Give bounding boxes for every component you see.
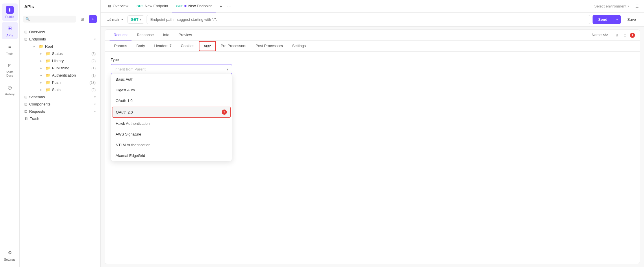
nav-sidebar: APIs 🔍 ⊞ + ⊞ Overview ⊡ Endpoints ▾ ▸ 📁 … [20,0,101,267]
sub-tab-pre-processors[interactable]: Pre Processors [216,41,251,51]
req-tab-response[interactable]: Response [133,30,158,40]
nav-endpoints-label: Endpoints [29,37,92,41]
schemas-icon: ⊞ [24,95,27,99]
dropdown-item-hawk[interactable]: Hawk Authentication [111,118,232,129]
nav-item-root[interactable]: ▸ 📁 Root [29,43,100,50]
nav-history-label: History [52,59,90,63]
nav-schemas-label: Schemas [29,95,92,99]
tab-new-endpoint-2[interactable]: GET New Endpoint [172,0,216,12]
env-select-label: Select environment [594,4,626,8]
sidebar-item-tests[interactable]: ≡ Tests [2,40,18,58]
sub-tab-auth[interactable]: Auth [199,41,216,51]
sub-tab-body[interactable]: Body [132,41,150,51]
sidebar-item-apis[interactable]: ⊞ APIs [2,22,18,39]
req-tab-request[interactable]: Request [110,30,132,40]
sidebar-item-share-docs[interactable]: ⊡ Share Docs [2,59,18,80]
status-chevron-icon: ▸ [40,52,44,55]
more-tabs-button[interactable]: ··· [225,2,233,10]
nav-item-schemas[interactable]: ⊞ Schemas ▾ [20,93,100,101]
authentication-count: (1) [91,73,96,77]
stats-chevron-icon: ▸ [40,88,44,91]
schemas-arrow-icon: ▾ [94,95,96,99]
url-input[interactable] [147,15,590,24]
method-label: GET [131,17,138,22]
tab-overview-icon: ⊞ [108,4,111,8]
dropdown-item-oauth2[interactable]: OAuth 2.0 2 [112,107,231,118]
tab-overview-label: Overview [113,4,128,8]
sub-tab-headers[interactable]: Headers 7 [149,41,176,51]
auth-dropdown-menu: Basic Auth Digest Auth OAuth 1.0 OAuth 2… [111,74,232,161]
dropdown-item-digest-auth[interactable]: Digest Auth [111,85,232,95]
type-dropdown[interactable]: Inherit from Parent ▾ [111,64,232,74]
save-button[interactable]: Save [623,15,640,24]
nav-item-authentication[interactable]: ▸ 📁 Authentication (1) [36,72,100,79]
nav-item-trash[interactable]: 🗑 Trash [20,115,100,122]
sidebar-brand-label: Public [5,15,14,18]
requests-icon: ⊡ [24,109,27,114]
history-icon: ◷ [6,83,14,91]
branch-selector[interactable]: ⎇ main ▾ [105,16,125,23]
nav-item-push[interactable]: ▸ 📁 Push (13) [36,79,100,86]
req-tab-info[interactable]: Info [159,30,173,40]
apis-icon: ⊞ [6,24,14,32]
request-tabs: Request Response Info Preview Name </> ⧉… [105,30,640,41]
dropdown-item-aws[interactable]: AWS Signature [111,129,232,140]
search-box[interactable]: 🔍 [23,16,76,23]
search-icon: 🔍 [25,17,30,21]
nav-root-label: Root [45,44,96,49]
add-button[interactable]: + [89,15,97,23]
nav-item-components[interactable]: ⊡ Components ▾ [20,101,100,108]
share-docs-icon: ⊡ [6,61,14,69]
add-tab-button[interactable]: + [217,2,225,10]
request-panel: Request Response Info Preview Name </> ⧉… [105,29,640,264]
sub-tab-cookies[interactable]: Cookies [176,41,199,51]
filter-button[interactable]: ⊞ [78,15,86,23]
nav-item-requests[interactable]: ⊡ Requests ▾ [20,108,100,115]
nav-item-status[interactable]: ▸ 📁 Status (3) [36,50,100,57]
sub-tab-post-processors[interactable]: Post Processors [251,41,288,51]
nav-item-endpoints[interactable]: ⊡ Endpoints ▾ [20,36,100,43]
stats-folder-icon: 📁 [46,88,50,92]
send-button-group: Send ▾ [593,15,621,24]
brand-icon: ⬆ [6,6,14,14]
tab-overview[interactable]: ⊞ Overview [104,0,132,12]
sub-tab-settings[interactable]: Settings [288,41,310,51]
nav-status-label: Status [52,51,90,56]
sub-tab-params[interactable]: Params [110,41,132,51]
method-select[interactable]: GET ▾ [127,15,144,24]
sidebar-tests-label: Tests [6,52,14,55]
root-chevron-icon: ▸ [34,45,37,48]
req-tab-extra: Name </> ⧉ ⊡ 1 [588,30,635,40]
components-arrow-icon: ▾ [94,103,96,106]
history-count: (2) [91,59,96,63]
dropdown-item-basic-auth[interactable]: Basic Auth [111,74,232,85]
dropdown-item-akamai[interactable]: Akamai EdgeGrid [111,150,232,161]
nav-item-stats[interactable]: ▸ 📁 Stats (2) [36,86,100,93]
nav-item-history[interactable]: ▸ 📁 History (2) [36,57,100,64]
nav-item-publishing[interactable]: ▸ 📁 Publishing (1) [36,64,100,72]
tab-endpoint-1-label: New Endpoint [145,4,168,8]
push-count: (13) [90,81,96,85]
sidebar-item-settings[interactable]: ⚙ Settings [2,246,18,264]
tab-copy-icon[interactable]: ⧉ [614,32,620,38]
sidebar-item-brand[interactable]: ⬆ Public [2,3,18,21]
dropdown-item-ntlm[interactable]: NTLM Authentication [111,140,232,150]
nav-item-overview[interactable]: ⊞ Overview [20,28,100,36]
req-tab-name[interactable]: Name </> [588,30,612,40]
auth-type-section: Type Inherit from Parent ▾ Basic Auth Di… [105,52,640,74]
hamburger-button[interactable]: ☰ [634,3,641,10]
nav-search-row: 🔍 ⊞ + [20,12,100,26]
sidebar-history-label: History [5,92,14,96]
dropdown-item-oauth1[interactable]: OAuth 1.0 [111,95,232,106]
tab-layout-icon[interactable]: ⊡ [622,32,628,38]
headers-badge: 7 [169,44,171,48]
req-tab-preview[interactable]: Preview [175,30,196,40]
send-dropdown-button[interactable]: ▾ [613,15,621,24]
sidebar-item-history[interactable]: ◷ History [2,81,18,98]
history-chevron-icon: ▸ [40,59,44,62]
nav-sidebar-header: APIs [20,0,100,12]
sub-tabs: Params Body Headers 7 Cookies Auth Pre P… [105,41,640,52]
tab-new-endpoint-1[interactable]: GET New Endpoint [132,0,172,12]
env-select[interactable]: Select environment ▾ [592,3,631,10]
send-main-button[interactable]: Send [593,15,614,24]
